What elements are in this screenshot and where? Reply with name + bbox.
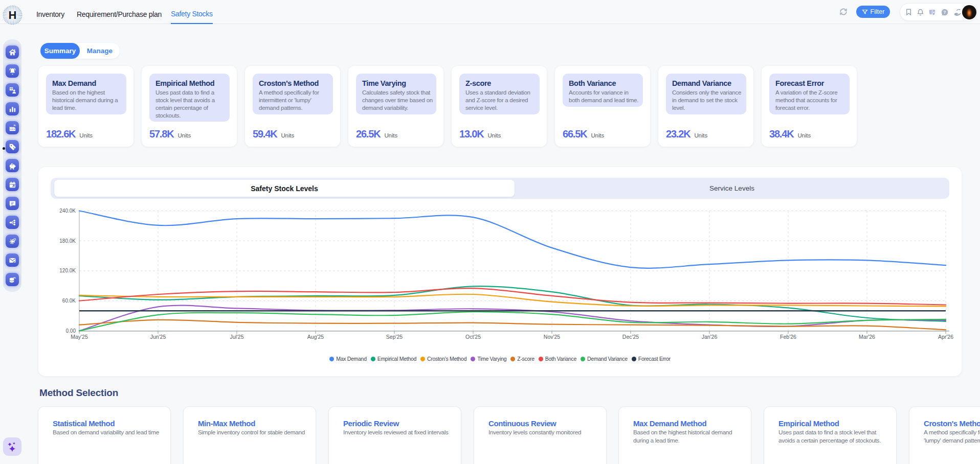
- svg-text:Sep'25: Sep'25: [386, 334, 403, 340]
- svg-text:Mar'26: Mar'26: [859, 334, 875, 340]
- svg-text:Feb'26: Feb'26: [780, 334, 796, 340]
- svg-text:Aug'25: Aug'25: [307, 334, 324, 340]
- svg-text:H: H: [9, 9, 17, 21]
- svg-text:Nov'25: Nov'25: [544, 334, 561, 340]
- svg-text:May'25: May'25: [71, 334, 88, 340]
- svg-text:Jul'25: Jul'25: [230, 334, 243, 340]
- svg-text:Jun'25: Jun'25: [150, 334, 166, 340]
- svg-text:Jan'26: Jan'26: [702, 334, 718, 340]
- svg-text:120.0K: 120.0K: [59, 268, 76, 273]
- svg-text:60.0K: 60.0K: [62, 298, 76, 304]
- svg-text:Apr'26: Apr'26: [938, 334, 953, 340]
- svg-text:Oct'25: Oct'25: [465, 334, 481, 340]
- svg-text:Dec'25: Dec'25: [622, 334, 639, 340]
- svg-text:240.0K: 240.0K: [59, 208, 76, 214]
- svg-text:180.0K: 180.0K: [59, 238, 76, 244]
- svg-text:0.00: 0.00: [66, 328, 76, 334]
- svg-text:?: ?: [943, 10, 946, 15]
